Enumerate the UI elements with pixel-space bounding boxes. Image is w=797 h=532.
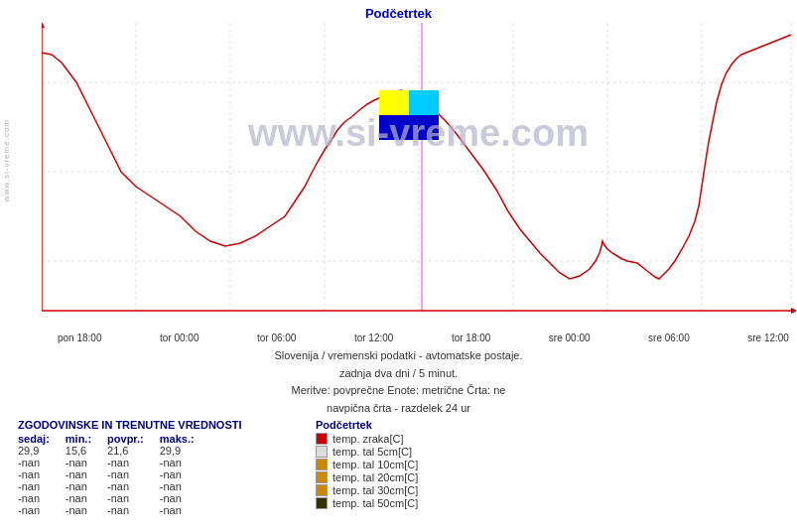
- x-label-7: sre 12:00: [747, 332, 789, 343]
- stats-cell-2-3: -nan: [160, 468, 210, 480]
- stats-cell-2-2: -nan: [107, 468, 160, 480]
- legend-color-5: [316, 497, 328, 509]
- legend-title: Podčetrtek: [316, 419, 418, 431]
- legend-color-2: [316, 459, 328, 470]
- legend-color-4: [316, 484, 328, 496]
- legend-section: Podčetrtek temp. zraka[C]temp. tal 5cm[C…: [316, 419, 418, 516]
- stats-row: -nan-nan-nan-nan: [18, 480, 210, 492]
- stats-cell-0-0: 29,9: [18, 445, 66, 457]
- stats-cell-0-1: 15,6: [66, 445, 107, 457]
- stats-cell-5-3: -nan: [160, 504, 210, 516]
- description: Slovenija / vremenski podatki - avtomats…: [0, 347, 797, 417]
- x-label-1: tor 00:00: [160, 332, 199, 343]
- chart-title: Podčetrtek: [0, 0, 797, 23]
- col-sedaj: sedaj:: [18, 433, 66, 445]
- stats-cell-2-0: -nan: [18, 468, 66, 480]
- legend-item-3: temp. tal 20cm[C]: [316, 471, 418, 483]
- bottom-section: ZGODOVINSKE IN TRENUTNE VREDNOSTI sedaj:…: [0, 419, 797, 516]
- x-label-3: tor 12:00: [354, 332, 393, 343]
- stats-row: -nan-nan-nan-nan: [18, 492, 210, 504]
- col-min: min.:: [66, 433, 107, 445]
- x-label-4: tor 18:00: [452, 332, 490, 343]
- stats-table: sedaj: min.: povpr.: maks.: 29,915,621,6…: [18, 433, 210, 516]
- chart-svg: 28 20: [42, 23, 796, 331]
- stats-cell-4-0: -nan: [18, 492, 66, 504]
- legend-label-2: temp. tal 10cm[C]: [332, 459, 418, 470]
- stats-cell-5-1: -nan: [66, 504, 107, 516]
- svg-marker-14: [791, 308, 796, 314]
- stats-row: -nan-nan-nan-nan: [18, 504, 210, 516]
- stats-row: -nan-nan-nan-nan: [18, 457, 210, 468]
- side-watermark: www.si-vreme.com: [2, 119, 11, 201]
- stats-cell-4-1: -nan: [66, 492, 107, 504]
- stats-cell-2-1: -nan: [66, 468, 107, 480]
- stats-row: -nan-nan-nan-nan: [18, 468, 210, 480]
- desc-line-4: navpična črta - razdelek 24 ur: [0, 400, 797, 418]
- x-axis-labels: pon 18:00 tor 00:00 tor 06:00 tor 12:00 …: [58, 332, 789, 343]
- stats-cell-3-2: -nan: [107, 480, 160, 492]
- legend-color-3: [316, 471, 328, 483]
- stats-cell-3-3: -nan: [160, 480, 210, 492]
- desc-line-1: Slovenija / vremenski podatki - avtomats…: [0, 347, 797, 365]
- stats-cell-1-2: -nan: [107, 457, 160, 468]
- legend-items: temp. zraka[C]temp. tal 5cm[C]temp. tal …: [316, 433, 418, 509]
- legend-color-1: [316, 446, 328, 458]
- stats-cell-1-0: -nan: [18, 457, 66, 468]
- stats-cell-5-0: -nan: [18, 504, 66, 516]
- x-label-5: sre 00:00: [549, 332, 591, 343]
- legend-label-3: temp. tal 20cm[C]: [332, 471, 418, 483]
- stats-cell-5-2: -nan: [107, 504, 160, 516]
- stats-row: 29,915,621,629,9: [18, 445, 210, 457]
- stats-cell-0-2: 21,6: [107, 445, 160, 457]
- stats-cell-1-3: -nan: [160, 457, 210, 468]
- legend-item-2: temp. tal 10cm[C]: [316, 459, 418, 470]
- desc-line-3: Meritve: povprečne Enote: metrične Črta:…: [0, 382, 797, 400]
- stats-tbody: 29,915,621,629,9-nan-nan-nan-nan-nan-nan…: [18, 445, 210, 516]
- stats-cell-0-3: 29,9: [160, 445, 210, 457]
- x-label-0: pon 18:00: [58, 332, 102, 343]
- legend-color-0: [316, 433, 328, 445]
- temp-line: [42, 35, 791, 279]
- stats-cell-4-2: -nan: [107, 492, 160, 504]
- legend-label-5: temp. tal 50cm[C]: [332, 497, 418, 509]
- legend-label-4: temp. tal 30cm[C]: [332, 484, 418, 496]
- stats-cell-3-1: -nan: [66, 480, 107, 492]
- x-label-6: sre 06:00: [648, 332, 690, 343]
- legend-item-0: temp. zraka[C]: [316, 433, 418, 445]
- legend-label-1: temp. tal 5cm[C]: [332, 446, 412, 458]
- legend-item-4: temp. tal 30cm[C]: [316, 484, 418, 496]
- legend-label-0: temp. zraka[C]: [332, 433, 404, 445]
- legend-item-1: temp. tal 5cm[C]: [316, 446, 418, 458]
- x-label-2: tor 06:00: [257, 332, 296, 343]
- stats-values: ZGODOVINSKE IN TRENUTNE VREDNOSTI sedaj:…: [18, 419, 296, 516]
- chart-container: Podčetrtek www.si-vreme.com: [0, 0, 797, 532]
- col-maks: maks.:: [160, 433, 210, 445]
- chart-area: 28 20 www.si-vreme.com: [42, 23, 796, 331]
- stats-cell-4-3: -nan: [160, 492, 210, 504]
- col-povpr: povpr.:: [107, 433, 160, 445]
- legend-item-5: temp. tal 50cm[C]: [316, 497, 418, 509]
- desc-line-2: zadnja dva dni / 5 minut.: [0, 365, 797, 383]
- svg-marker-15: [42, 23, 45, 28]
- stats-cell-3-0: -nan: [18, 480, 66, 492]
- stats-cell-1-1: -nan: [66, 457, 107, 468]
- stats-title: ZGODOVINSKE IN TRENUTNE VREDNOSTI: [18, 419, 296, 431]
